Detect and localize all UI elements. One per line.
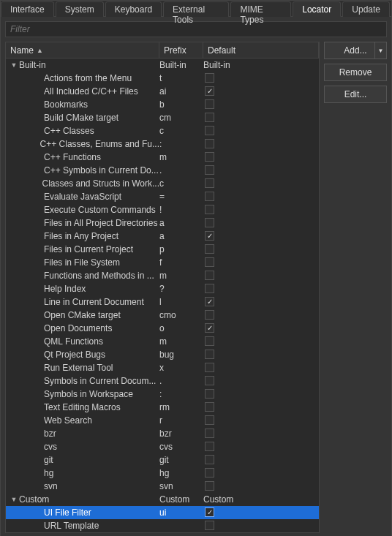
list-item[interactable]: Files in File Systemf: [6, 256, 319, 269]
default-checkbox[interactable]: [205, 244, 214, 254]
default-checkbox[interactable]: ✓: [205, 86, 214, 96]
list-item[interactable]: Files in All Project Directoriesa: [6, 216, 319, 230]
default-checkbox[interactable]: [205, 415, 214, 425]
edit-button[interactable]: Edit...: [324, 86, 387, 103]
default-checkbox[interactable]: [205, 178, 214, 188]
default-checkbox[interactable]: [205, 521, 214, 530]
list-item[interactable]: Files in Current Projectp: [6, 243, 319, 256]
default-checkbox[interactable]: [205, 336, 214, 346]
list-item[interactable]: Line in Current Documentl✓: [6, 295, 319, 309]
add-dropdown-icon[interactable]: ▼: [374, 42, 386, 58]
list-item[interactable]: Web Searchr: [6, 414, 319, 427]
list-item[interactable]: QML Functionsm: [6, 335, 319, 348]
item-prefix: :: [159, 139, 203, 149]
default-checkbox[interactable]: [205, 284, 214, 293]
list-item[interactable]: Build CMake targetcm: [6, 111, 319, 124]
default-checkbox[interactable]: [205, 192, 214, 201]
group-prefix: Custom: [159, 494, 203, 505]
tab-update[interactable]: Update: [342, 1, 390, 17]
expand-icon[interactable]: ▼: [9, 496, 19, 503]
item-prefix: p: [159, 244, 203, 254]
list-item[interactable]: Open Documentso✓: [6, 322, 319, 335]
item-name: Execute Custom Commands: [44, 205, 156, 215]
list-item[interactable]: Symbols in Workspace:: [6, 388, 319, 401]
list-item[interactable]: Open CMake targetcmo: [6, 309, 319, 322]
list-item[interactable]: C++ Classesc: [6, 124, 319, 137]
list-item[interactable]: bzrbzr: [6, 427, 319, 440]
default-checkbox[interactable]: ✓: [205, 231, 214, 241]
default-checkbox[interactable]: [205, 363, 214, 372]
default-checkbox[interactable]: [205, 152, 214, 162]
default-checkbox[interactable]: ✓: [205, 507, 214, 517]
default-checkbox[interactable]: [205, 350, 214, 359]
list-item[interactable]: URL Template: [6, 519, 319, 532]
default-checkbox[interactable]: [205, 310, 214, 320]
default-checkbox[interactable]: [205, 429, 214, 438]
list-item[interactable]: Classes and Structs in Work...c: [6, 177, 319, 190]
header-prefix[interactable]: Prefix: [159, 42, 203, 58]
remove-button[interactable]: Remove: [324, 64, 387, 81]
list-item[interactable]: Functions and Methods in ...m: [6, 269, 319, 282]
list-item[interactable]: gitgit: [6, 453, 319, 467]
list-item[interactable]: hghg: [6, 467, 319, 480]
item-prefix: git: [159, 455, 203, 465]
default-checkbox[interactable]: [205, 139, 214, 148]
item-name: Evaluate JavaScript: [44, 192, 121, 202]
default-checkbox[interactable]: [205, 376, 214, 385]
tab-external-tools[interactable]: External Tools: [163, 1, 229, 17]
default-checkbox[interactable]: [205, 73, 214, 83]
tab-keyboard[interactable]: Keyboard: [105, 1, 162, 17]
item-prefix: cmo: [159, 310, 203, 320]
add-button[interactable]: Add... ▼: [324, 42, 387, 59]
list-item[interactable]: UI File Filterui✓: [6, 506, 319, 519]
default-checkbox[interactable]: ✓: [205, 297, 214, 306]
default-checkbox[interactable]: [205, 99, 214, 109]
default-checkbox[interactable]: [205, 218, 214, 227]
default-checkbox[interactable]: [205, 257, 214, 267]
group-row[interactable]: ▼Built-inBuilt-inBuilt-in: [6, 58, 319, 72]
tab-mime-types[interactable]: MIME Types: [230, 1, 291, 17]
default-checkbox[interactable]: [205, 389, 214, 399]
item-prefix: .: [159, 165, 203, 175]
default-checkbox[interactable]: [205, 455, 214, 464]
group-row[interactable]: ▼CustomCustomCustom: [6, 493, 319, 506]
default-checkbox[interactable]: [205, 113, 214, 122]
tab-locator[interactable]: Locator: [293, 1, 341, 17]
tab-interface[interactable]: Interface: [1, 1, 54, 17]
list-item[interactable]: Help Index?: [6, 282, 319, 295]
default-checkbox[interactable]: ✓: [205, 323, 214, 333]
list-item[interactable]: Run External Toolx: [6, 361, 319, 374]
list-item[interactable]: Files in Any Projecta✓: [6, 230, 319, 243]
default-checkbox[interactable]: [205, 402, 214, 412]
default-checkbox[interactable]: [205, 165, 214, 175]
default-checkbox[interactable]: [205, 481, 214, 491]
filter-input[interactable]: [5, 21, 387, 37]
tab-system[interactable]: System: [56, 1, 104, 17]
header-name[interactable]: Name ▲: [6, 42, 159, 58]
default-checkbox[interactable]: [205, 468, 214, 478]
item-name: C++ Classes, Enums and Fu...: [40, 139, 159, 149]
header-default[interactable]: Default: [203, 42, 319, 58]
list-item[interactable]: Actions from the Menut: [6, 72, 319, 85]
expand-icon[interactable]: ▼: [9, 61, 19, 69]
item-prefix: ?: [159, 284, 203, 294]
default-checkbox[interactable]: [205, 271, 214, 280]
default-checkbox[interactable]: [205, 126, 214, 135]
list-item[interactable]: svnsvn: [6, 480, 319, 493]
default-checkbox[interactable]: [205, 205, 214, 214]
list-item[interactable]: C++ Symbols in Current Do....: [6, 164, 319, 177]
list-item[interactable]: Execute Custom Commands!: [6, 203, 319, 216]
list-item[interactable]: Symbols in Current Docum....: [6, 374, 319, 388]
list-item[interactable]: Bookmarksb: [6, 98, 319, 111]
list-item[interactable]: C++ Functionsm: [6, 151, 319, 164]
list-item[interactable]: Text Editing Macrosrm: [6, 401, 319, 414]
list-item[interactable]: C++ Classes, Enums and Fu...:: [6, 137, 319, 151]
default-checkbox[interactable]: [205, 442, 214, 451]
tree-body[interactable]: ▼Built-inBuilt-inBuilt-inActions from th…: [6, 58, 319, 532]
list-item[interactable]: cvscvs: [6, 440, 319, 453]
item-name: Files in Any Project: [44, 231, 118, 241]
list-item[interactable]: Qt Project Bugsbug: [6, 348, 319, 361]
list-item[interactable]: All Included C/C++ Filesai✓: [6, 85, 319, 98]
item-prefix: ai: [159, 86, 203, 97]
list-item[interactable]: Evaluate JavaScript=: [6, 190, 319, 203]
